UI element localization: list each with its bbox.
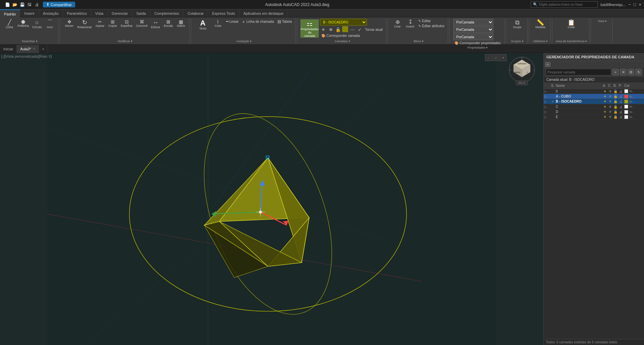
col-name[interactable]: Nome	[555, 83, 602, 88]
layer-lock-cell[interactable]: 🔓	[613, 105, 618, 109]
ribbon-tab-paramétrico[interactable]: Paramétrico	[63, 9, 91, 17]
layer-vis-button[interactable]: ☀	[320, 26, 327, 33]
ribbon-tab-aplicativos-em-destaque[interactable]: Aplicativos em destaque	[239, 9, 288, 17]
layer-lock-cell[interactable]: 🔓	[613, 110, 618, 114]
layer-linetype-cell[interactable]: br...	[629, 95, 642, 99]
colar-button[interactable]: 📋 Colar	[565, 19, 577, 30]
layer-lock-cell[interactable]: 🔓	[613, 94, 618, 99]
linha-button[interactable]: ╱ Linha	[3, 19, 15, 30]
open-file-button[interactable]: 📂	[11, 1, 18, 8]
share-button[interactable]: ⬆ Compartilhar	[43, 2, 75, 7]
prop-color-dropdown[interactable]: PorCamada	[453, 19, 493, 25]
col-status[interactable]: S.	[550, 83, 555, 88]
layer-lock-cell[interactable]: 🔓	[613, 89, 618, 94]
layer-vis-cell[interactable]: ☀	[602, 105, 607, 109]
layer-freeze-cell[interactable]: ❄	[607, 89, 613, 94]
medida-button[interactable]: 📏 Medida	[534, 19, 547, 30]
layer-lock-button[interactable]: 🔓	[335, 26, 341, 33]
layer-freeze-button[interactable]: ❄	[327, 26, 334, 33]
layer-color-cell[interactable]	[624, 94, 629, 99]
col-a[interactable]: A.	[602, 83, 607, 88]
ribbon-tab-complementos[interactable]: Complementos	[150, 9, 183, 17]
layer-settings-button[interactable]: ⚙	[628, 69, 634, 75]
save-as-button[interactable]: 🖫	[26, 1, 33, 8]
wcs-label[interactable]: WCS	[516, 80, 528, 85]
ribbon-tab-vista[interactable]: Vista	[91, 9, 108, 17]
layer-row[interactable]: ▷ E ☀ ❄ 🔓 🖨 br...	[544, 115, 644, 120]
layer-color-cell[interactable]	[624, 89, 629, 94]
layer-freeze-cell[interactable]: ❄	[607, 94, 613, 99]
search-input[interactable]	[539, 3, 595, 6]
print-button[interactable]: 🖨	[34, 1, 40, 8]
layer-color-cell[interactable]	[624, 115, 629, 119]
new-file-button[interactable]: 📄	[4, 1, 11, 8]
col-cor[interactable]: Cor	[624, 83, 642, 88]
tornar-atual-button[interactable]: Tornar atual	[364, 26, 384, 33]
minimize-button[interactable]: −	[628, 2, 631, 7]
matriz-button[interactable]: ▦ Matriz	[175, 19, 187, 28]
layer-lock-cell[interactable]: 🔓	[613, 99, 618, 104]
layer-vis-cell[interactable]: ☀	[602, 115, 607, 119]
propriedades-camada-button[interactable]: ⚏ Propriedades da camada	[301, 19, 319, 38]
editar-atributos-button[interactable]: ✎ Editar atributos	[417, 24, 446, 28]
viewport-maximize-button[interactable]: □	[492, 54, 499, 61]
layer-row[interactable]: ▷ 0 ☀ ❄ 🔓 🖨 br...	[544, 89, 644, 94]
layer-vis-cell[interactable]: ☀	[602, 94, 607, 99]
layer-row[interactable]: ▷ A - CUBO ☀ ❄ 🔓 🖨 br...	[544, 94, 644, 99]
tabela-button[interactable]: ▤ Tabela	[276, 19, 293, 24]
layer-name-cell[interactable]: B - ISOCAEDRO	[555, 99, 602, 104]
circulo-button[interactable]: ○ Círculo	[31, 19, 43, 30]
inserir-button[interactable]: ↧ Inserir	[404, 19, 416, 29]
layer-linetype-cell[interactable]: br...	[629, 115, 642, 119]
aula3-tab[interactable]: Aula3* ×	[17, 45, 39, 53]
layer-name-cell[interactable]: A - CUBO	[555, 94, 602, 99]
corresponder-prop-button[interactable]: 🎨 Corresponder propriedades	[453, 41, 502, 45]
cota-button[interactable]: ⌇ Cota	[212, 19, 224, 28]
criar-button[interactable]: ⊕ Criar	[391, 19, 404, 29]
col-p[interactable]: P.	[618, 83, 624, 88]
layer-freeze-cell[interactable]: ❄	[607, 110, 613, 114]
polilinha-button[interactable]: ⬟ Polilinha	[16, 19, 30, 28]
copiar-button[interactable]: ⊞ Copiar	[107, 19, 119, 28]
ribbon-tab-padrão[interactable]: Padrão	[0, 9, 20, 17]
layer-color-button[interactable]	[342, 26, 348, 32]
layer-search-input[interactable]	[546, 69, 611, 75]
layer-freeze-cell[interactable]: ❄	[607, 99, 613, 104]
layer-freeze-cell[interactable]: ❄	[607, 115, 613, 119]
layer-freeze-cell[interactable]: ❄	[607, 105, 613, 109]
ribbon-tab-express-tools[interactable]: Express Tools	[208, 9, 239, 17]
layer-name-cell[interactable]: D	[555, 110, 602, 114]
escala-button[interactable]: ⊠ Escala	[162, 19, 174, 28]
col-b[interactable]: B.	[613, 83, 618, 88]
ribbon-tab-gerenciar[interactable]: Gerenciar	[108, 9, 132, 17]
layer-refresh-button[interactable]: ↻	[635, 69, 642, 75]
layer-dropdown[interactable]: B - ISOCAEDRO	[320, 19, 367, 25]
esticar-button[interactable]: ↔ Esticar	[150, 19, 162, 30]
layer-print-cell[interactable]: 🖨	[618, 110, 624, 114]
espelhar-button[interactable]: ⊟ Espelhar	[119, 19, 134, 28]
ribbon-tab-anotação[interactable]: Anotação	[39, 9, 63, 17]
layer-color-cell[interactable]	[624, 99, 629, 104]
layer-print-cell[interactable]: 🖨	[618, 105, 624, 109]
layer-print-cell[interactable]: 🖨	[618, 99, 624, 104]
layer-print-cell[interactable]: 🖨	[618, 115, 624, 119]
ribbon-tab-saída[interactable]: Saída	[132, 9, 150, 17]
layer-delete-button[interactable]: ✕	[620, 69, 627, 75]
layer-print-cell[interactable]: 🖨	[618, 94, 624, 99]
nav-cube[interactable]: SUPERIOR FRONTAL S N L S O WCS	[508, 56, 539, 93]
layer-row[interactable]: ▷ ✓ B - ISOCAEDRO ☀ ❄ 🔓 🖨 br...	[544, 99, 644, 104]
layer-more-button[interactable]: ⋯	[349, 26, 356, 33]
linear-button[interactable]: ━ Linear	[225, 19, 240, 24]
layer-lock-cell[interactable]: 🔓	[613, 115, 618, 119]
iniciar-tab[interactable]: Iniciar	[0, 45, 17, 53]
layer-linetype-cell[interactable]: br...	[629, 89, 642, 93]
concord-button[interactable]: ⌘ Concord	[135, 19, 149, 28]
layer-name-cell[interactable]: 0	[555, 89, 602, 94]
ribbon-tab-inserir[interactable]: Inserir	[20, 9, 39, 17]
layer-active-button[interactable]: ✓	[356, 26, 363, 33]
aparar-button[interactable]: ✂ Aparar	[94, 19, 106, 28]
editar-button[interactable]: ✎ Editar	[417, 19, 446, 23]
viewport-close-button[interactable]: ×	[500, 54, 506, 61]
prop-lineweight-dropdown[interactable]: PorCamada	[453, 34, 493, 40]
layer-color-cell[interactable]	[624, 104, 629, 109]
